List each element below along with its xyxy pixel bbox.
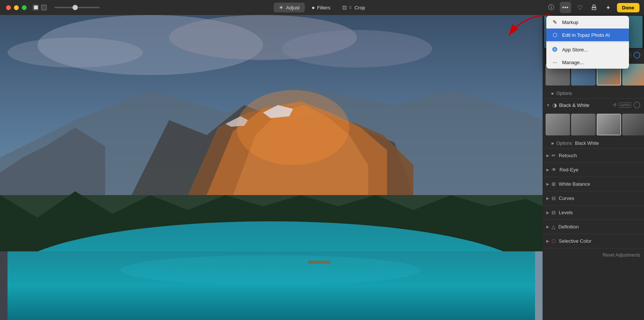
selective-color-label: Selective Color <box>559 238 591 244</box>
retouch-icon: ✏ <box>552 153 556 158</box>
svg-point-5 <box>8 38 143 68</box>
photo-svg <box>0 15 543 320</box>
svg-point-19 <box>120 255 421 285</box>
manage-item[interactable]: ··· Manage... <box>546 56 629 69</box>
bw-icon: ◑ <box>552 102 557 108</box>
bw-thumb-3[interactable] <box>597 114 621 135</box>
zoom-slider-thumb[interactable] <box>73 5 78 10</box>
tab-adjust[interactable]: ☀ Adjust <box>274 3 305 12</box>
bw-section: ▼ ◑ Black & White ↺ AUTO <box>543 99 644 149</box>
markup-label: Markup <box>562 20 578 25</box>
selective-color-header[interactable]: ▶ ⬡ Selective Color <box>543 234 644 248</box>
manage-icon: ··· <box>552 59 558 65</box>
curves-label: Curves <box>559 195 574 201</box>
bw-thumb-1[interactable] <box>546 114 570 135</box>
appstore-item[interactable]: 🅐 App Store... <box>546 43 629 56</box>
bw-auto-badge[interactable]: AUTO <box>619 102 631 108</box>
filters-label: Filters <box>317 5 330 11</box>
retouch-header[interactable]: ▶ ✏ Retouch <box>543 149 644 162</box>
dropdown-separator <box>546 42 629 42</box>
selective-color-section: ▶ ⬡ Selective Color <box>543 234 644 248</box>
color-options-chevron: ▶ <box>552 92 554 95</box>
wb-label: White Balance <box>559 181 590 187</box>
bw-thumb-2[interactable] <box>571 114 596 135</box>
titlebar: ⬜ ⬛ ☀ Adjust ● Filters ⊡ 0 Crop ⓘ ••• ♡ … <box>0 0 644 15</box>
heart-button[interactable]: ♡ <box>574 2 585 13</box>
color-toggle[interactable] <box>633 52 640 59</box>
appstore-icon: 🅐 <box>552 47 558 53</box>
bw-thumbnails <box>543 111 644 138</box>
share-button[interactable] <box>588 2 600 13</box>
appstore-label: App Store... <box>562 47 588 53</box>
svg-rect-0 <box>593 5 595 8</box>
levels-header[interactable]: ▶ ⊟ Levels <box>543 206 644 219</box>
bw-toggle[interactable] <box>633 102 640 108</box>
markup-icon: ✎ <box>552 19 558 25</box>
levels-section: ▶ ⊟ Levels <box>543 206 644 220</box>
bw-label: Black & White <box>559 102 613 108</box>
retouch-chevron: ▶ <box>546 153 549 158</box>
crop-label: Crop <box>354 5 365 11</box>
bw-section-controls: ↺ AUTO <box>613 102 640 108</box>
window-fullscreen-btn[interactable]: ⬛ <box>41 5 47 11</box>
topaz-item[interactable]: ⬡ Edit in Topaz Photo AI <box>546 29 629 41</box>
magic-button[interactable]: ✦ <box>603 2 614 13</box>
bw-chevron-icon: ▼ <box>546 103 550 107</box>
levels-icon: ⊟ <box>552 210 556 215</box>
bw-thumb-4[interactable] <box>622 114 644 135</box>
crop-icon: ⊡ <box>342 5 347 11</box>
curves-header[interactable]: ▶ ⊟ Curves <box>543 191 644 205</box>
wb-header[interactable]: ▶ ⊞ White Balance <box>543 177 644 191</box>
definition-icon: △ <box>552 224 555 230</box>
tab-crop[interactable]: ⊡ 0 Crop <box>337 3 370 12</box>
bw-options-row[interactable]: ▶ Options Black White <box>543 138 644 148</box>
redeye-section: ▶ 👁 Red-Eye <box>543 163 644 177</box>
selective-color-chevron: ▶ <box>546 239 549 243</box>
window-size-controls: ⬜ ⬛ <box>33 5 47 11</box>
levels-chevron: ▶ <box>546 210 549 215</box>
retouch-section: ▶ ✏ Retouch <box>543 149 644 163</box>
zoom-slider[interactable] <box>54 7 100 8</box>
adjust-icon: ☀ <box>279 5 284 11</box>
filters-icon: ● <box>311 5 314 11</box>
definition-header[interactable]: ▶ △ Definition <box>543 220 644 234</box>
reset-bar: Reset Adjustments <box>543 248 644 261</box>
definition-chevron: ▶ <box>546 225 549 229</box>
definition-label: Definition <box>558 224 579 230</box>
photo-canvas <box>0 15 543 320</box>
traffic-lights <box>0 5 27 10</box>
curves-chevron: ▶ <box>546 196 549 200</box>
close-button[interactable] <box>6 5 11 10</box>
redeye-icon: 👁 <box>552 167 556 173</box>
levels-label: Levels <box>559 210 573 215</box>
bw-undo-icon[interactable]: ↺ <box>613 102 617 108</box>
svg-point-4 <box>282 30 432 68</box>
svg-point-12 <box>237 90 349 165</box>
redeye-chevron: ▶ <box>546 168 549 172</box>
bw-options-chevron: ▶ <box>552 141 554 145</box>
titlebar-right-controls: ⓘ ••• ♡ ✦ Done <box>546 2 640 13</box>
retouch-label: Retouch <box>559 153 577 158</box>
reset-adjustments-button[interactable]: Reset Adjustments <box>603 252 640 258</box>
selective-color-icon: ⬡ <box>552 238 556 244</box>
crop-badge: 0 <box>349 5 351 10</box>
window-tile-btn[interactable]: ⬜ <box>33 5 39 11</box>
bw-section-header[interactable]: ▼ ◑ Black & White ↺ AUTO <box>543 99 644 111</box>
maximize-button[interactable] <box>22 5 27 10</box>
redeye-header[interactable]: ▶ 👁 Red-Eye <box>543 163 644 177</box>
topaz-icon: ⬡ <box>552 32 558 38</box>
topaz-label: Edit in Topaz Photo AI <box>562 32 610 38</box>
minimize-button[interactable] <box>14 5 19 10</box>
wb-icon: ⊞ <box>552 181 556 187</box>
more-button[interactable]: ••• <box>560 2 571 13</box>
markup-item[interactable]: ✎ Markup <box>546 16 629 29</box>
color-options-row[interactable]: ▶ Options <box>543 89 644 98</box>
info-button[interactable]: ⓘ <box>546 2 557 13</box>
toolbar-tabs: ☀ Adjust ● Filters ⊡ 0 Crop <box>274 3 370 12</box>
manage-label: Manage... <box>562 60 584 65</box>
done-button[interactable]: Done <box>617 3 640 12</box>
definition-section: ▶ △ Definition <box>543 220 644 234</box>
tab-filters[interactable]: ● Filters <box>306 3 336 12</box>
color-options-label: Options <box>556 91 572 96</box>
wb-section: ▶ ⊞ White Balance <box>543 177 644 191</box>
